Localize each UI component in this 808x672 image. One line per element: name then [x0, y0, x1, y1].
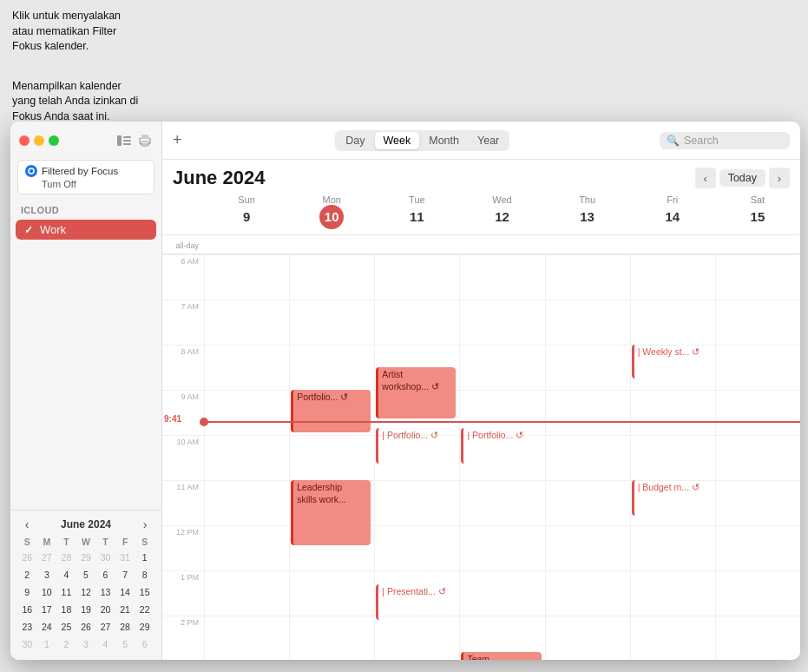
- print-icon[interactable]: [137, 135, 153, 147]
- time-cell-row5-col5[interactable]: [630, 480, 715, 525]
- time-cell-row5-col0[interactable]: [204, 480, 289, 525]
- time-cell-row8-col4[interactable]: [545, 616, 630, 660]
- time-cell-row4-col4[interactable]: [545, 435, 630, 480]
- cal-nav-prev[interactable]: ‹: [695, 168, 716, 188]
- time-cell-row6-col5[interactable]: [630, 525, 715, 570]
- time-cell-row2-col6[interactable]: [715, 345, 800, 390]
- time-cell-row8-col2[interactable]: [374, 616, 459, 660]
- time-cell-row1-col6[interactable]: [715, 300, 800, 345]
- mini-cal-day[interactable]: 3: [76, 636, 96, 653]
- time-cell-row1-col1[interactable]: [289, 300, 374, 345]
- mini-cal-day[interactable]: 16: [17, 601, 37, 618]
- mini-cal-day[interactable]: 28: [115, 618, 135, 636]
- time-cell-row3-col6[interactable]: [715, 390, 800, 435]
- time-cell-row8-col1[interactable]: [289, 616, 374, 660]
- sidebar-toggle-icon[interactable]: [116, 135, 132, 147]
- day-number-label[interactable]: 13: [575, 205, 600, 229]
- time-cell-row0-col3[interactable]: [459, 254, 544, 300]
- mini-cal-day[interactable]: 14: [115, 583, 135, 601]
- time-cell-row5-col6[interactable]: [715, 480, 800, 525]
- mini-cal-day[interactable]: 26: [17, 549, 37, 566]
- day-number-label[interactable]: 15: [746, 205, 770, 229]
- view-tab-week[interactable]: Week: [375, 132, 420, 149]
- time-cell-row6-col2[interactable]: [374, 525, 459, 570]
- mini-cal-day[interactable]: 18: [56, 601, 76, 618]
- time-cell-row2-col0[interactable]: [204, 345, 289, 390]
- time-cell-row4-col2[interactable]: [374, 435, 459, 480]
- mini-cal-day[interactable]: 26: [76, 618, 96, 636]
- time-cell-row6-col4[interactable]: [545, 525, 630, 570]
- today-button[interactable]: Today: [719, 169, 765, 187]
- mini-cal-day[interactable]: 27: [37, 549, 57, 566]
- time-cell-row4-col3[interactable]: [459, 435, 544, 480]
- time-cell-row4-col5[interactable]: [630, 435, 715, 480]
- time-cell-row6-col1[interactable]: [289, 525, 374, 570]
- mini-cal-day[interactable]: 15: [135, 583, 154, 601]
- time-cell-row6-col0[interactable]: [204, 525, 289, 570]
- cal-nav-next[interactable]: ›: [769, 168, 790, 188]
- maximize-button[interactable]: [49, 135, 59, 146]
- mini-cal-day[interactable]: 29: [135, 618, 154, 636]
- mini-cal-day[interactable]: 1: [135, 549, 154, 566]
- time-cell-row1-col4[interactable]: [545, 300, 630, 345]
- time-cell-row8-col5[interactable]: [630, 616, 715, 660]
- mini-cal-day[interactable]: 1: [37, 636, 57, 653]
- focus-filter-badge[interactable]: Filtered by Focus Turn Off: [17, 160, 154, 194]
- mini-cal-day[interactable]: 27: [95, 618, 115, 636]
- view-tab-month[interactable]: Month: [420, 132, 468, 149]
- time-cell-row0-col4[interactable]: [545, 254, 630, 300]
- time-cell-row6-col3[interactable]: [459, 525, 544, 570]
- mini-cal-day[interactable]: 3: [37, 566, 57, 583]
- time-cell-row3-col2[interactable]: [374, 390, 459, 435]
- day-number-label[interactable]: 9: [234, 205, 259, 229]
- mini-cal-day[interactable]: 9: [17, 583, 37, 601]
- day-number-label[interactable]: 11: [404, 205, 429, 229]
- search-box[interactable]: 🔍 Search: [660, 132, 790, 149]
- time-cell-row6-col6[interactable]: [715, 525, 800, 570]
- time-cell-row3-col1[interactable]: [289, 390, 374, 435]
- mini-cal-day[interactable]: 8: [135, 566, 154, 583]
- mini-cal-day[interactable]: 2: [56, 636, 76, 653]
- time-cell-row7-col0[interactable]: [204, 570, 289, 616]
- time-cell-row4-col0[interactable]: [204, 435, 289, 480]
- mini-cal-day[interactable]: 5: [115, 636, 135, 653]
- time-cell-row1-col5[interactable]: [630, 300, 715, 345]
- time-cell-row5-col4[interactable]: [545, 480, 630, 525]
- mini-cal-day[interactable]: 7: [115, 566, 135, 583]
- mini-cal-day[interactable]: 2: [17, 566, 37, 583]
- mini-cal-day[interactable]: 4: [95, 636, 115, 653]
- mini-cal-day[interactable]: 13: [95, 583, 115, 601]
- mini-cal-day[interactable]: 17: [37, 601, 57, 618]
- time-cell-row2-col3[interactable]: [459, 345, 544, 390]
- focus-turn-off[interactable]: Turn Off: [42, 179, 147, 189]
- mini-cal-day[interactable]: 5: [76, 566, 96, 583]
- view-tab-year[interactable]: Year: [469, 132, 508, 149]
- mini-cal-day[interactable]: 6: [135, 636, 154, 653]
- time-cell-row7-col1[interactable]: [289, 570, 374, 616]
- mini-cal-day[interactable]: 11: [56, 583, 76, 601]
- time-cell-row0-col0[interactable]: [204, 254, 289, 300]
- time-cell-row7-col4[interactable]: [545, 570, 630, 616]
- time-cell-row7-col5[interactable]: [630, 570, 715, 616]
- time-cell-row7-col3[interactable]: [459, 570, 544, 616]
- minimize-button[interactable]: [34, 135, 44, 146]
- time-cell-row8-col0[interactable]: [204, 616, 289, 660]
- time-cell-row0-col5[interactable]: [630, 254, 715, 300]
- mini-cal-day[interactable]: 30: [95, 549, 115, 566]
- mini-cal-day[interactable]: 22: [135, 601, 154, 618]
- close-button[interactable]: [19, 135, 30, 146]
- time-cell-row2-col1[interactable]: [289, 345, 374, 390]
- time-cell-row1-col0[interactable]: [204, 300, 289, 345]
- today-day-number[interactable]: 10: [319, 205, 344, 229]
- time-cell-row7-col2[interactable]: [374, 570, 459, 616]
- calendar-item-work[interactable]: ✓ Work: [16, 220, 156, 240]
- view-tab-day[interactable]: Day: [337, 132, 373, 149]
- time-cell-row2-col4[interactable]: [545, 345, 630, 390]
- time-cell-row3-col4[interactable]: [545, 390, 630, 435]
- time-cell-row3-col3[interactable]: [459, 390, 544, 435]
- time-cell-row8-col3[interactable]: [459, 616, 544, 660]
- mini-cal-day[interactable]: 12: [76, 583, 96, 601]
- time-cell-row4-col6[interactable]: [715, 435, 800, 480]
- time-cell-row4-col1[interactable]: [289, 435, 374, 480]
- mini-cal-day[interactable]: 21: [115, 601, 135, 618]
